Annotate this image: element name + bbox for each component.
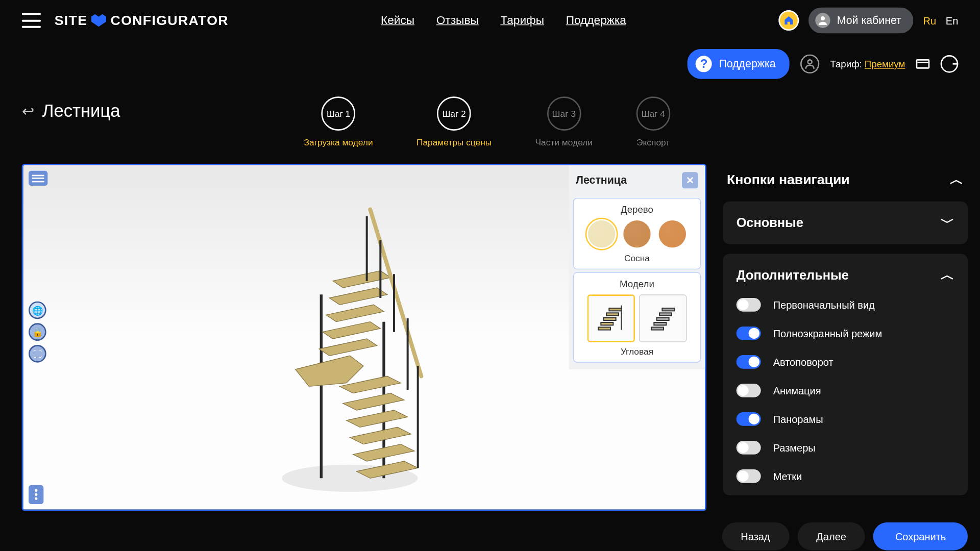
step-1[interactable]: Шаг 1Загрузка модели	[304, 96, 373, 147]
lock-tool-icon[interactable]: 🔒	[29, 323, 46, 341]
tarif-label: Тариф: Премиум	[830, 59, 905, 69]
toggle-row-5: Размеры	[737, 441, 954, 455]
section-extra-label: Дополнительные	[737, 268, 849, 283]
step-2[interactable]: Шаг 2Параметры сцены	[416, 96, 492, 147]
step-label: Экспорт	[636, 137, 670, 147]
settings-section-basic[interactable]: Основные ﹀	[737, 214, 954, 232]
toggle-row-2: Автоповорот	[737, 355, 954, 369]
toggle-6[interactable]	[737, 469, 761, 483]
stair-model	[282, 199, 445, 499]
svg-marker-12	[319, 339, 377, 356]
expand-tool-icon[interactable]: ⛶	[29, 345, 46, 363]
nav-pricing[interactable]: Тарифы	[500, 14, 544, 28]
svg-marker-11	[296, 356, 363, 386]
model-thumb-1[interactable]	[587, 294, 635, 342]
step-badge: Шаг 1	[322, 96, 356, 131]
toggle-label: Анимация	[773, 385, 821, 396]
question-icon: ?	[696, 56, 712, 72]
account-button[interactable]: Мой кабинет	[808, 8, 914, 34]
chevron-up-icon: ︿	[950, 171, 964, 189]
svg-rect-27	[609, 308, 621, 311]
svg-rect-23	[598, 327, 610, 330]
svg-marker-13	[323, 322, 380, 339]
support-button[interactable]: ? Поддержка	[688, 49, 789, 79]
settings-panel: Кнопки навигации ︿ Основные ﹀ Дополнител…	[723, 164, 968, 511]
lang-ru[interactable]: Ru	[923, 15, 937, 27]
svg-point-1	[807, 60, 812, 64]
toggle-label: Автоповорот	[773, 356, 834, 368]
toggle-row-6: Метки	[737, 469, 954, 483]
home-icon[interactable]	[778, 10, 799, 31]
step-badge: Шаг 4	[636, 96, 670, 131]
back-button[interactable]: Назад	[722, 522, 789, 550]
model-name: Угловая	[579, 346, 695, 357]
user-icon	[815, 13, 830, 28]
toggle-1[interactable]	[737, 327, 761, 340]
logout-icon[interactable]	[941, 55, 959, 73]
viewport-menu-icon[interactable]	[29, 171, 47, 186]
viewport-dots-icon[interactable]	[29, 485, 43, 504]
toggle-row-0: Первоначальный вид	[737, 298, 954, 312]
top-nav: Кейсы Отзывы Тарифы Поддержка	[381, 14, 626, 28]
svg-marker-8	[347, 410, 408, 427]
close-icon[interactable]: ✕	[682, 172, 698, 188]
nav-cases[interactable]: Кейсы	[381, 14, 414, 28]
step-label: Части модели	[535, 137, 593, 147]
chevron-up-icon: ︿	[941, 266, 954, 284]
model-thumb-2[interactable]	[639, 294, 687, 342]
toggle-4[interactable]	[737, 412, 761, 426]
step-4[interactable]: Шаг 4Экспорт	[636, 96, 670, 147]
account-label: Мой кабинет	[837, 14, 901, 27]
logo-heart-icon	[91, 14, 106, 28]
swatch-1[interactable]	[588, 220, 615, 247]
toggle-row-4: Панорамы	[737, 412, 954, 426]
toggle-row-3: Анимация	[737, 384, 954, 397]
step-badge: Шаг 2	[437, 96, 471, 131]
toggle-3[interactable]	[737, 384, 761, 397]
svg-marker-7	[350, 427, 411, 444]
nav-support[interactable]: Поддержка	[566, 14, 626, 28]
settings-section-extra[interactable]: Дополнительные ︿	[737, 266, 954, 284]
toggle-label: Метки	[773, 470, 802, 482]
back-arrow-icon[interactable]: ↩	[22, 103, 34, 120]
globe-tool-icon[interactable]: 🌐	[29, 302, 46, 319]
swatch-3[interactable]	[659, 220, 686, 247]
profile-avatar[interactable]	[800, 55, 819, 73]
models-label: Модели	[579, 278, 695, 289]
svg-marker-16	[333, 271, 390, 288]
toggle-2[interactable]	[737, 355, 761, 369]
hamburger-menu[interactable]	[22, 13, 41, 28]
svg-rect-32	[659, 313, 672, 315]
page-title: Лестница	[42, 101, 120, 121]
swatch-name: Сосна	[579, 253, 695, 263]
logo-text-left: SITE	[55, 13, 88, 29]
config-panel: Лестница ✕ Дерево Сосна Модели	[569, 165, 705, 369]
svg-rect-29	[651, 327, 664, 330]
step-badge: Шаг 3	[547, 96, 581, 131]
toggle-0[interactable]	[737, 298, 761, 312]
svg-marker-9	[343, 393, 404, 410]
step-label: Загрузка модели	[304, 137, 373, 147]
step-3[interactable]: Шаг 3Части модели	[535, 96, 593, 147]
tarif-value[interactable]: Премиум	[865, 59, 905, 69]
svg-rect-26	[606, 313, 619, 315]
toggle-label: Полноэкранный режим	[773, 328, 883, 339]
save-button[interactable]: Сохранить	[873, 522, 968, 550]
settings-main-title: Кнопки навигации	[727, 172, 850, 188]
svg-rect-24	[601, 322, 613, 325]
lang-en[interactable]: En	[946, 15, 958, 27]
svg-rect-33	[662, 308, 674, 311]
toggle-label: Первоначальный вид	[773, 299, 875, 311]
toggle-5[interactable]	[737, 441, 761, 455]
svg-marker-14	[326, 305, 384, 321]
logo[interactable]: SITE CONFIGURATOR	[55, 13, 229, 29]
viewport-3d[interactable]: 🌐 🔒 ⛶	[22, 164, 706, 511]
swatch-2[interactable]	[623, 220, 650, 247]
step-label: Параметры сцены	[416, 137, 492, 147]
settings-nav-header[interactable]: Кнопки навигации ︿	[723, 164, 968, 201]
card-icon[interactable]	[916, 59, 930, 69]
toggle-row-1: Полноэкранный режим	[737, 327, 954, 340]
next-button[interactable]: Далее	[797, 522, 865, 550]
toggle-label: Размеры	[773, 442, 816, 454]
nav-reviews[interactable]: Отзывы	[436, 14, 479, 28]
